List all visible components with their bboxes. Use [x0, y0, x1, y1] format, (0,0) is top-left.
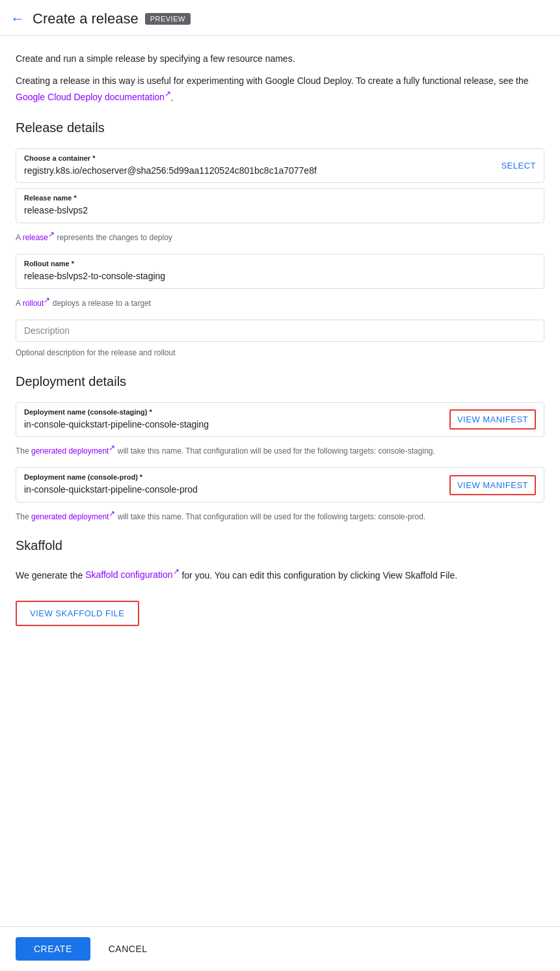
view-skaffold-button[interactable]: VIEW SKAFFOLD FILE	[16, 601, 139, 626]
release-name-field[interactable]: Release name * release-bslvps2	[16, 188, 544, 223]
view-manifest-staging-button[interactable]: VIEW MANIFEST	[449, 409, 536, 430]
generated-deployment-staging-link[interactable]: generated deployment↗	[31, 446, 115, 456]
cancel-button[interactable]: CANCEL	[101, 937, 155, 961]
page-title: Create a release	[33, 10, 139, 27]
description-placeholder: Description	[24, 325, 70, 336]
container-label: Choose a container *	[24, 154, 317, 162]
deployment-details-title: Deployment details	[16, 374, 544, 389]
prod-deployment-value: in-console-quickstart-pipeline-console-p…	[24, 484, 198, 495]
prod-deployment-field: Deployment name (console-prod) * in-cons…	[16, 467, 544, 502]
intro-line1: Create and run a simple release by speci…	[16, 51, 544, 66]
staging-deployment-field: Deployment name (console-staging) * in-c…	[16, 402, 544, 437]
release-name-value: release-bslvps2	[24, 205, 88, 215]
rollout-name-value: release-bslvps2-to-console-staging	[24, 271, 165, 281]
page-header: ← Create a release PREVIEW	[0, 0, 560, 36]
description-helper: Optional description for the release and…	[16, 347, 544, 359]
release-external-icon: ↗	[48, 230, 55, 239]
intro-block: Create and run a simple release by speci…	[16, 51, 544, 105]
description-field[interactable]: Description	[16, 320, 544, 342]
prod-deployment-helper: The generated deployment↗ will take this…	[16, 508, 544, 523]
rollout-name-field[interactable]: Rollout name * release-bslvps2-to-consol…	[16, 254, 544, 289]
rollout-link[interactable]: rollout↗	[23, 299, 51, 308]
container-field: Choose a container * registry.k8s.io/ech…	[16, 148, 544, 184]
skaffold-description: We generate the Skaffold configuration↗ …	[16, 566, 544, 582]
view-manifest-prod-button[interactable]: VIEW MANIFEST	[449, 475, 536, 495]
container-value: registry.k8s.io/echoserver@sha256:5d99aa…	[24, 165, 317, 176]
prod-external-icon: ↗	[109, 509, 115, 518]
main-content: Create and run a simple release by speci…	[0, 36, 560, 691]
prod-deployment-label: Deployment name (console-prod) *	[24, 473, 442, 481]
rollout-name-label: Rollout name *	[24, 260, 536, 267]
release-name-label: Release name *	[24, 194, 536, 202]
release-link[interactable]: release↗	[23, 233, 55, 242]
preview-badge: PREVIEW	[145, 13, 191, 25]
release-name-helper: A release↗ represents the changes to dep…	[16, 228, 544, 243]
create-button[interactable]: CREATE	[16, 937, 90, 961]
gcd-docs-link[interactable]: Google Cloud Deploy documentation↗	[16, 92, 171, 102]
skaffold-title: Skaffold	[16, 538, 544, 553]
select-container-button[interactable]: SELECT	[501, 161, 536, 171]
external-link-icon: ↗	[165, 90, 171, 99]
footer: CREATE CANCEL	[0, 926, 560, 971]
generated-deployment-prod-link[interactable]: generated deployment↗	[31, 512, 115, 521]
intro-line2: Creating a release in this way is useful…	[16, 74, 544, 104]
staging-deployment-label: Deployment name (console-staging) *	[24, 408, 442, 416]
back-button[interactable]: ←	[10, 10, 25, 27]
staging-deployment-helper: The generated deployment↗ will take this…	[16, 442, 544, 457]
release-details-title: Release details	[16, 120, 544, 135]
staging-external-icon: ↗	[109, 443, 115, 452]
rollout-name-helper: A rollout↗ deploys a release to a target	[16, 294, 544, 309]
intro-line2-prefix: Creating a release in this way is useful…	[16, 75, 529, 86]
rollout-external-icon: ↗	[44, 295, 50, 305]
intro-line2-suffix: .	[171, 92, 174, 102]
skaffold-config-link[interactable]: Skaffold configuration↗	[85, 569, 179, 580]
staging-deployment-value: in-console-quickstart-pipeline-console-s…	[24, 419, 209, 430]
skaffold-external-icon: ↗	[173, 568, 180, 577]
